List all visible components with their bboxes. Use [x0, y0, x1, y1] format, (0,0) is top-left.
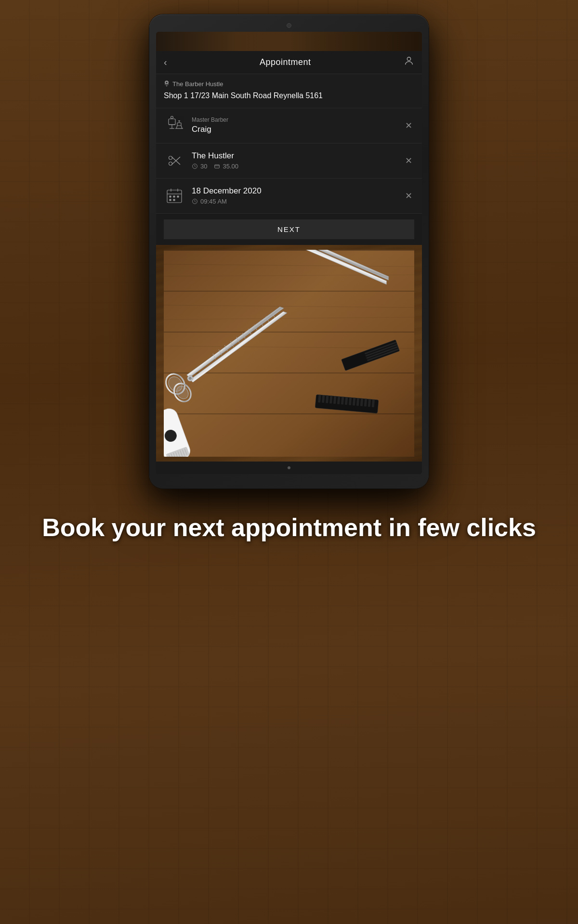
date-icon [164, 185, 185, 206]
page-indicator [156, 462, 422, 474]
scissors-scene [156, 245, 422, 462]
pin-icon [164, 80, 170, 88]
barber-icon [164, 115, 185, 136]
account-icon[interactable] [404, 56, 414, 69]
svg-point-4 [171, 116, 173, 118]
svg-rect-34 [164, 332, 414, 333]
next-button[interactable]: NEXT [164, 219, 414, 239]
indicator-dot [288, 466, 290, 469]
svg-rect-32 [164, 250, 414, 251]
svg-point-2 [166, 82, 168, 83]
barber-remove-button[interactable]: ✕ [403, 118, 414, 133]
barber-label: Master Barber [192, 116, 403, 123]
scissors-image [156, 245, 422, 462]
time-value: 09:45 AM [200, 198, 227, 205]
screen: ‹ Appointment [156, 32, 422, 474]
svg-point-15 [169, 162, 172, 165]
shop-name-row: The Barber Hustle [164, 80, 414, 88]
date-content: 18 December 2020 09:45 AM [192, 186, 403, 205]
appointment-date: 18 December 2020 [192, 186, 403, 196]
service-price: 35.00 [214, 163, 238, 170]
header-image [156, 32, 422, 51]
svg-rect-28 [170, 199, 171, 201]
svg-rect-19 [215, 165, 220, 168]
tablet-device: ‹ Appointment [149, 14, 429, 488]
date-remove-button[interactable]: ✕ [403, 189, 414, 203]
page-title: Appointment [260, 57, 311, 67]
back-button[interactable]: ‹ [164, 57, 167, 68]
next-button-row: NEXT [156, 213, 422, 245]
barber-value: Craig [192, 125, 403, 134]
date-item: 18 December 2020 09:45 AM ✕ [156, 178, 422, 213]
barber-content: Master Barber Craig [192, 116, 403, 134]
service-duration: 30 [192, 163, 207, 170]
svg-line-9 [176, 126, 177, 128]
svg-rect-25 [170, 196, 171, 197]
svg-line-10 [181, 126, 182, 128]
service-item: The Hustler 30 [156, 143, 422, 178]
caption-text: Book your next appointment in few clicks [42, 513, 536, 542]
svg-point-14 [169, 156, 172, 159]
svg-rect-29 [173, 199, 175, 201]
barber-item: Master Barber Craig ✕ [156, 108, 422, 143]
svg-rect-8 [177, 123, 181, 126]
shop-name: The Barber Hustle [172, 80, 223, 88]
service-meta: 30 35.00 [192, 163, 403, 170]
svg-rect-27 [177, 196, 179, 197]
appointment-time: 09:45 AM [192, 198, 403, 205]
service-content: The Hustler 30 [192, 151, 403, 170]
service-value: The Hustler [192, 151, 403, 161]
bottom-caption: Book your next appointment in few clicks [13, 513, 565, 542]
service-icon [164, 150, 185, 171]
shop-address: Shop 1 17/23 Main South Road Reynella 51… [164, 91, 414, 101]
shop-info: The Barber Hustle Shop 1 17/23 Main Sout… [156, 74, 422, 108]
svg-point-0 [407, 57, 410, 61]
svg-rect-36 [164, 413, 414, 414]
camera [287, 23, 291, 28]
service-remove-button[interactable]: ✕ [403, 154, 414, 168]
svg-rect-26 [173, 196, 175, 197]
price-value: 35.00 [223, 163, 238, 170]
navigation-bar: ‹ Appointment [156, 51, 422, 74]
svg-rect-33 [164, 291, 414, 292]
appointment-items: Master Barber Craig ✕ [156, 108, 422, 213]
tablet-frame: ‹ Appointment [149, 14, 429, 488]
duration-value: 30 [200, 163, 207, 170]
svg-rect-3 [169, 119, 175, 125]
